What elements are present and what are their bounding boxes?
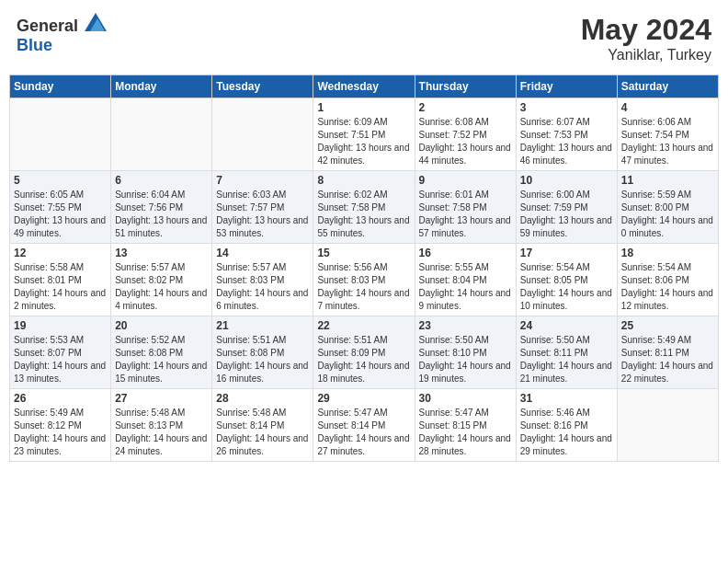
calendar: SundayMondayTuesdayWednesdayThursdayFrid… — [9, 75, 719, 462]
day-number: 22 — [317, 319, 410, 332]
day-info: Sunrise: 5:57 AMSunset: 8:02 PMDaylight:… — [115, 261, 208, 313]
calendar-cell: 26Sunrise: 5:49 AMSunset: 8:12 PMDayligh… — [10, 389, 111, 462]
calendar-cell: 4Sunrise: 6:06 AMSunset: 7:54 PMDaylight… — [617, 98, 718, 171]
calendar-cell: 7Sunrise: 6:03 AMSunset: 7:57 PMDaylight… — [212, 171, 313, 244]
day-number: 25 — [621, 319, 714, 332]
calendar-cell: 21Sunrise: 5:51 AMSunset: 8:08 PMDayligh… — [212, 316, 313, 389]
calendar-cell: 19Sunrise: 5:53 AMSunset: 8:07 PMDayligh… — [10, 316, 111, 389]
day-info: Sunrise: 5:53 AMSunset: 8:07 PMDaylight:… — [14, 334, 107, 385]
day-number: 15 — [317, 247, 410, 259]
calendar-cell: 15Sunrise: 5:56 AMSunset: 8:03 PMDayligh… — [313, 244, 415, 316]
logo-blue: Blue — [17, 36, 52, 54]
calendar-cell: 18Sunrise: 5:54 AMSunset: 8:06 PMDayligh… — [617, 244, 718, 316]
title-block: May 2024 Yaniklar, Turkey — [581, 13, 711, 63]
calendar-cell: 31Sunrise: 5:46 AMSunset: 8:16 PMDayligh… — [516, 389, 617, 462]
calendar-header-row: SundayMondayTuesdayWednesdayThursdayFrid… — [10, 75, 719, 98]
day-header-wednesday: Wednesday — [313, 75, 415, 98]
day-number: 28 — [216, 392, 309, 405]
day-number: 5 — [14, 174, 107, 187]
day-info: Sunrise: 6:07 AMSunset: 7:53 PMDaylight:… — [520, 116, 613, 167]
day-info: Sunrise: 6:01 AMSunset: 7:58 PMDaylight:… — [419, 189, 512, 240]
day-number: 13 — [115, 247, 208, 259]
day-info: Sunrise: 5:52 AMSunset: 8:08 PMDaylight:… — [115, 334, 208, 385]
calendar-cell: 1Sunrise: 6:09 AMSunset: 7:51 PMDaylight… — [313, 98, 415, 171]
calendar-cell: 3Sunrise: 6:07 AMSunset: 7:53 PMDaylight… — [516, 98, 617, 171]
calendar-cell: 11Sunrise: 5:59 AMSunset: 8:00 PMDayligh… — [617, 171, 718, 244]
day-info: Sunrise: 5:54 AMSunset: 8:05 PMDaylight:… — [520, 261, 613, 313]
calendar-week-row: 19Sunrise: 5:53 AMSunset: 8:07 PMDayligh… — [10, 316, 719, 389]
day-number: 4 — [621, 101, 714, 114]
day-info: Sunrise: 5:47 AMSunset: 8:14 PMDaylight:… — [317, 407, 410, 458]
calendar-cell: 27Sunrise: 5:48 AMSunset: 8:13 PMDayligh… — [111, 389, 212, 462]
day-number: 11 — [621, 174, 714, 187]
day-number: 27 — [115, 392, 208, 405]
calendar-cell: 22Sunrise: 5:51 AMSunset: 8:09 PMDayligh… — [313, 316, 415, 389]
day-info: Sunrise: 5:48 AMSunset: 8:14 PMDaylight:… — [216, 407, 309, 458]
day-header-thursday: Thursday — [415, 75, 516, 98]
day-number: 26 — [14, 392, 107, 405]
calendar-cell: 9Sunrise: 6:01 AMSunset: 7:58 PMDaylight… — [415, 171, 516, 244]
day-header-sunday: Sunday — [10, 75, 111, 98]
day-number: 19 — [14, 319, 107, 332]
calendar-week-row: 1Sunrise: 6:09 AMSunset: 7:51 PMDaylight… — [10, 98, 719, 171]
location: Yaniklar, Turkey — [581, 47, 711, 63]
calendar-week-row: 12Sunrise: 5:58 AMSunset: 8:01 PMDayligh… — [10, 244, 719, 316]
day-info: Sunrise: 5:59 AMSunset: 8:00 PMDaylight:… — [621, 189, 714, 240]
day-number: 20 — [115, 319, 208, 332]
day-info: Sunrise: 6:04 AMSunset: 7:56 PMDaylight:… — [115, 189, 208, 240]
day-info: Sunrise: 5:51 AMSunset: 8:09 PMDaylight:… — [317, 334, 410, 385]
calendar-cell — [10, 98, 111, 171]
calendar-cell — [617, 389, 718, 462]
day-header-monday: Monday — [111, 75, 212, 98]
day-info: Sunrise: 5:49 AMSunset: 8:12 PMDaylight:… — [14, 407, 107, 458]
day-number: 30 — [419, 392, 512, 405]
calendar-week-row: 5Sunrise: 6:05 AMSunset: 7:55 PMDaylight… — [10, 171, 719, 244]
logo-icon — [85, 13, 107, 31]
day-header-tuesday: Tuesday — [212, 75, 313, 98]
day-info: Sunrise: 5:50 AMSunset: 8:10 PMDaylight:… — [419, 334, 512, 385]
header: General Blue May 2024 Yaniklar, Turkey — [9, 9, 719, 67]
day-number: 14 — [216, 247, 309, 259]
calendar-cell: 20Sunrise: 5:52 AMSunset: 8:08 PMDayligh… — [111, 316, 212, 389]
calendar-cell: 23Sunrise: 5:50 AMSunset: 8:10 PMDayligh… — [415, 316, 516, 389]
day-number: 31 — [520, 392, 613, 405]
day-info: Sunrise: 5:49 AMSunset: 8:11 PMDaylight:… — [621, 334, 714, 385]
day-info: Sunrise: 5:57 AMSunset: 8:03 PMDaylight:… — [216, 261, 309, 313]
logo-general: General — [17, 17, 78, 35]
day-info: Sunrise: 5:48 AMSunset: 8:13 PMDaylight:… — [115, 407, 208, 458]
calendar-cell: 5Sunrise: 6:05 AMSunset: 7:55 PMDaylight… — [10, 171, 111, 244]
month-year: May 2024 — [581, 13, 711, 47]
day-number: 9 — [419, 174, 512, 187]
calendar-cell: 13Sunrise: 5:57 AMSunset: 8:02 PMDayligh… — [111, 244, 212, 316]
day-number: 24 — [520, 319, 613, 332]
day-number: 29 — [317, 392, 410, 405]
day-number: 21 — [216, 319, 309, 332]
day-number: 16 — [419, 247, 512, 259]
day-info: Sunrise: 5:55 AMSunset: 8:04 PMDaylight:… — [419, 261, 512, 313]
day-info: Sunrise: 6:08 AMSunset: 7:52 PMDaylight:… — [419, 116, 512, 167]
day-info: Sunrise: 5:50 AMSunset: 8:11 PMDaylight:… — [520, 334, 613, 385]
day-number: 6 — [115, 174, 208, 187]
day-number: 3 — [520, 101, 613, 114]
calendar-cell: 6Sunrise: 6:04 AMSunset: 7:56 PMDaylight… — [111, 171, 212, 244]
calendar-cell: 25Sunrise: 5:49 AMSunset: 8:11 PMDayligh… — [617, 316, 718, 389]
day-header-saturday: Saturday — [617, 75, 718, 98]
day-number: 23 — [419, 319, 512, 332]
calendar-week-row: 26Sunrise: 5:49 AMSunset: 8:12 PMDayligh… — [10, 389, 719, 462]
day-info: Sunrise: 5:56 AMSunset: 8:03 PMDaylight:… — [317, 261, 410, 313]
day-info: Sunrise: 6:03 AMSunset: 7:57 PMDaylight:… — [216, 189, 309, 240]
day-number: 17 — [520, 247, 613, 259]
calendar-cell — [212, 98, 313, 171]
day-info: Sunrise: 6:05 AMSunset: 7:55 PMDaylight:… — [14, 189, 107, 240]
calendar-cell: 17Sunrise: 5:54 AMSunset: 8:05 PMDayligh… — [516, 244, 617, 316]
day-number: 10 — [520, 174, 613, 187]
day-info: Sunrise: 5:58 AMSunset: 8:01 PMDaylight:… — [14, 261, 107, 313]
day-number: 8 — [317, 174, 410, 187]
day-info: Sunrise: 5:47 AMSunset: 8:15 PMDaylight:… — [419, 407, 512, 458]
day-number: 7 — [216, 174, 309, 187]
calendar-cell: 24Sunrise: 5:50 AMSunset: 8:11 PMDayligh… — [516, 316, 617, 389]
logo: General Blue — [17, 13, 107, 55]
calendar-cell: 10Sunrise: 6:00 AMSunset: 7:59 PMDayligh… — [516, 171, 617, 244]
day-number: 2 — [419, 101, 512, 114]
calendar-cell: 29Sunrise: 5:47 AMSunset: 8:14 PMDayligh… — [313, 389, 415, 462]
